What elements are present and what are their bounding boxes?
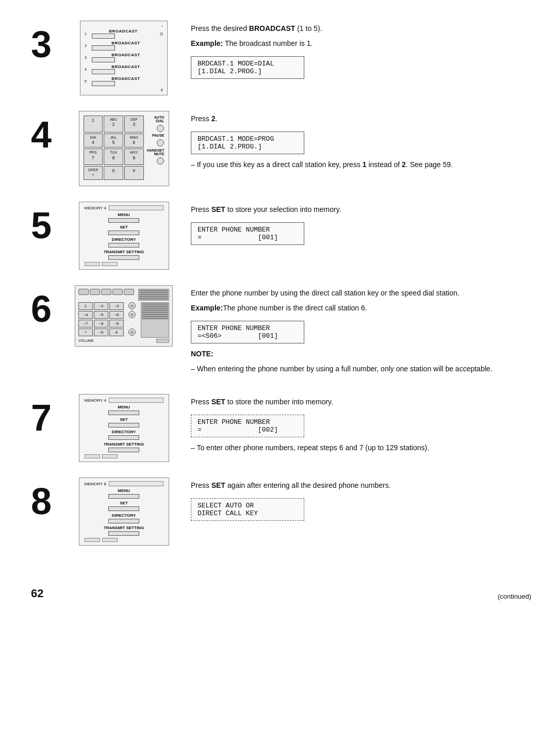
- step-4-image: 1 ABC2 DEF3 AUTO DIAL GHI4 JKL5 MNO6: [72, 111, 175, 186]
- key-7: PRS7: [84, 149, 103, 165]
- step-7-image: MEMORY 4 MENU SET DIRECTORY TRANSMIT SET…: [72, 394, 175, 462]
- step-8-row: 8 MEMORY 8 MENU SET DIRECTORY TRANSMIT S…: [31, 478, 531, 546]
- keypad-device: 1 ABC2 DEF3 AUTO DIAL GHI4 JKL5 MNO6: [79, 111, 169, 186]
- step-6-instruction: Enter the phone number by using the dire…: [191, 288, 531, 299]
- key-9: WXY9: [124, 149, 144, 165]
- step-3-row: 3 • 1 BROADCAST 2 BROADCA: [31, 21, 531, 95]
- key-3: DEF3: [124, 116, 144, 133]
- note-label-6: NOTE:: [191, 349, 531, 359]
- step-3-instruction: Press the desired BROADCAST (1 to 5).: [191, 23, 531, 34]
- key-hash: #: [124, 166, 144, 180]
- step-8-number: 8: [31, 483, 72, 520]
- step-5-instruction: Press SET to store your selection into m…: [191, 204, 531, 215]
- step-3-text: Press the desired BROADCAST (1 to 5). Ex…: [191, 21, 531, 84]
- step-3-number: 3: [31, 26, 72, 63]
- key-star: OPER*: [84, 166, 103, 180]
- step-6-row: 6: [31, 285, 531, 379]
- step-5-row: 5 MEMORY 4 MENU SET DIRECTORY TRANSMIT S…: [31, 202, 531, 270]
- step-6-image: 1 ~2 ~3 O ~4 ~5 ~6 O ~7: [72, 285, 175, 347]
- step-7-note: – To enter other phone numbers, repeat s…: [191, 442, 531, 453]
- continued-label: (continued): [498, 593, 531, 600]
- step-5-image: MEMORY 4 MENU SET DIRECTORY TRANSMIT SET…: [72, 202, 175, 270]
- step-6-number: 6: [31, 290, 72, 327]
- step-4-note: – If you use this key as a direct call s…: [191, 159, 531, 170]
- step-8-image: MEMORY 8 MENU SET DIRECTORY TRANSMIT SET…: [72, 478, 175, 546]
- page-content: 3 • 1 BROADCAST 2 BROADCA: [31, 21, 531, 600]
- step-4-instruction: Press 2.: [191, 113, 531, 124]
- key-5: JKL5: [104, 134, 123, 147]
- step-7-row: 7 MEMORY 4 MENU SET DIRECTORY TRANSMIT S…: [31, 394, 531, 462]
- lcd-display-8a: SELECT AUTO ORDIRECT CALL KEY: [191, 498, 304, 521]
- step-3-image: • 1 BROADCAST 2 BROADCAST: [72, 21, 175, 95]
- key-8: TUV8: [104, 149, 123, 165]
- step-6-text: Enter the phone number by using the dire…: [191, 285, 531, 379]
- lcd-display-3a: BRDCAST.1 MODE=DIAL[1.DIAL 2.PROG.]: [191, 56, 304, 79]
- key-1: 1: [84, 116, 103, 133]
- broadcast-device: • 1 BROADCAST 2 BROADCAST: [80, 21, 168, 95]
- step-4-text: Press 2. BRDCAST.1 MODE=PROG[1.DIAL 2.PR…: [191, 111, 531, 174]
- step-7-instruction: Press SET to store the number into memor…: [191, 397, 531, 407]
- step-7-text: Press SET to store the number into memor…: [191, 394, 531, 457]
- step-8-instruction: Press SET again after entering all the d…: [191, 480, 531, 491]
- step-4-row: 4 1 ABC2 DEF3 AUTO DIAL GHI4: [31, 111, 531, 186]
- menu-device-5: MEMORY 4 MENU SET DIRECTORY TRANSMIT SET…: [79, 202, 169, 270]
- step-6-example: Example:The phone number is the direct c…: [191, 303, 531, 314]
- key-6: MNO6: [124, 134, 144, 147]
- page-number: 62: [31, 587, 43, 600]
- phone-complex-device: 1 ~2 ~3 O ~4 ~5 ~6 O ~7: [75, 285, 173, 347]
- lcd-display-4a: BRDCAST.1 MODE=PROG[1.DIAL 2.PROG.]: [191, 132, 304, 154]
- key-0: 0: [104, 166, 123, 180]
- step-8-text: Press SET again after entering all the d…: [191, 478, 531, 526]
- step-5-text: Press SET to store your selection into m…: [191, 202, 531, 250]
- lcd-display-6a: ENTER PHONE NUMBER=<S06> [001]: [191, 321, 304, 343]
- key-4: GHI4: [84, 134, 103, 147]
- menu-device-7: MEMORY 4 MENU SET DIRECTORY TRANSMIT SET…: [79, 394, 169, 462]
- step-6-note: – When entering the phone number by usin…: [191, 364, 531, 374]
- step-4-number: 4: [31, 116, 72, 153]
- lcd-display-5a: ENTER PHONE NUMBER= [001]: [191, 222, 304, 245]
- step-5-number: 5: [31, 207, 72, 244]
- step-7-number: 7: [31, 399, 72, 436]
- menu-device-8: MEMORY 8 MENU SET DIRECTORY TRANSMIT SET…: [79, 478, 169, 546]
- step-3-example: Example: The broadcast number is 1.: [191, 38, 531, 49]
- lcd-display-7a: ENTER PHONE NUMBER= [002]: [191, 415, 304, 437]
- key-2: ABC2: [104, 116, 123, 133]
